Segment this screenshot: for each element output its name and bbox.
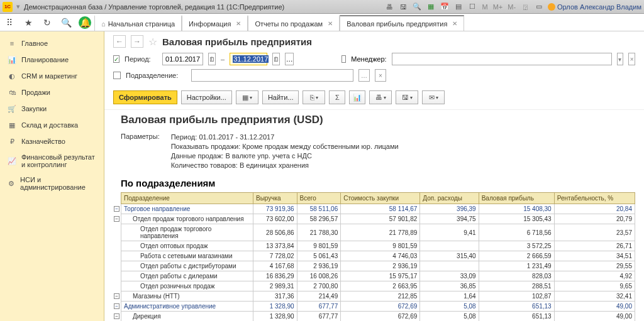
cell: 2 663,95 <box>341 281 420 291</box>
search-nav-icon[interactable]: 🔍 <box>57 14 75 31</box>
period-ellipsis-button[interactable]: … <box>285 53 294 65</box>
close-icon[interactable]: ✕ <box>452 20 457 27</box>
col-header[interactable]: Стоимость закупки <box>341 193 420 204</box>
tree-toggle-icon[interactable]: − <box>114 206 119 212</box>
cell: 73 602,00 <box>253 214 297 224</box>
col-header[interactable]: Доп. расходы <box>420 193 479 204</box>
cell: 677,77 <box>297 312 341 322</box>
print-icon[interactable]: 🖶 <box>384 2 394 12</box>
table-row[interactable]: Отдел работы с дилерами16 836,2916 008,2… <box>121 271 635 281</box>
sidebar-item-5[interactable]: ▦Склад и доставка <box>0 117 104 133</box>
generate-button[interactable]: Сформировать <box>113 90 177 104</box>
sidebar-item-0[interactable]: ≡Главное <box>0 35 104 52</box>
apps-icon[interactable]: ⠿ <box>0 14 19 31</box>
tree-toggle-icon[interactable]: − <box>114 313 119 319</box>
print-button[interactable]: 🖶▾ <box>369 90 392 104</box>
calendar-icon[interactable]: 📅 <box>440 2 450 12</box>
table-row[interactable]: Отдел розничных продаж2 989,312 700,802 … <box>121 281 635 291</box>
sidebar-item-3[interactable]: 🛍Продажи <box>0 84 104 101</box>
settings-button[interactable]: Настройки... <box>181 90 232 104</box>
close-icon[interactable]: ✕ <box>328 20 333 27</box>
col-header[interactable]: Подразделение <box>121 193 253 204</box>
tree-toggle-icon[interactable]: − <box>114 303 119 309</box>
user-menu[interactable]: Орлов Александр Владим <box>548 3 641 11</box>
division-checkbox[interactable] <box>113 72 121 79</box>
division-ellipsis-button[interactable]: … <box>358 69 370 82</box>
find-button[interactable]: Найти... <box>262 90 299 104</box>
zoom-out-icon[interactable]: M- <box>507 2 516 12</box>
table-row[interactable]: −Торговое направление73 919,3658 511,065… <box>121 204 635 214</box>
titlebar: 1C ▾ Демонстрационная база / Управление … <box>0 0 644 14</box>
favorite-star-icon[interactable]: ☆ <box>148 36 157 48</box>
sidebar-item-6[interactable]: ₽Казначейство <box>0 133 104 150</box>
cell: 32,41 <box>554 291 635 302</box>
save-icon[interactable]: 🖫 <box>398 2 408 12</box>
table-row[interactable]: −Магазины (НТТ)317,36214,49212,851,64102… <box>121 291 635 302</box>
back-button[interactable]: ← <box>113 35 126 48</box>
close-icon[interactable]: ✕ <box>236 20 241 27</box>
sum-button[interactable]: Σ <box>329 90 345 104</box>
cell: 288,51 <box>479 281 554 291</box>
chart-button[interactable]: 📊 <box>349 90 365 104</box>
cell: 1 328,90 <box>253 312 297 322</box>
grid-icon[interactable]: ▤ <box>453 2 464 12</box>
cell: 4 167,68 <box>253 261 297 271</box>
period-checkbox[interactable] <box>113 55 119 63</box>
col-header[interactable]: Рентабельность, % <box>554 193 635 204</box>
cell: 212,85 <box>341 291 420 302</box>
manager-input[interactable] <box>392 53 612 65</box>
table-row[interactable]: −Дирекция1 328,90677,77672,695,08651,134… <box>121 312 635 322</box>
division-input[interactable] <box>191 69 353 82</box>
search-icon[interactable]: 🔍 <box>412 2 422 12</box>
page-title: Валовая прибыль предприятия <box>162 36 312 47</box>
sidebar-item-7[interactable]: 📈Финансовый результат и контроллинг <box>0 150 104 172</box>
favorites-icon[interactable]: ★ <box>19 14 38 31</box>
table-icon[interactable]: ▦ <box>426 2 436 12</box>
cell: 2 936,19 <box>341 261 420 271</box>
help-icon[interactable]: ⍰ <box>520 2 530 12</box>
col-header[interactable]: Валовая прибыль <box>479 193 554 204</box>
date-from-input[interactable]: 01.01.2017 <box>162 53 203 65</box>
zoom-in-icon[interactable]: M+ <box>492 2 504 12</box>
zoom-label[interactable]: M <box>481 2 488 12</box>
sidebar-item-4[interactable]: 🛒Закупки <box>0 101 104 117</box>
tab-info[interactable]: Информация✕ <box>182 15 248 31</box>
tab-sales-reports[interactable]: Отчеты по продажам✕ <box>248 15 340 31</box>
sidebar-item-1[interactable]: 📊Планирование <box>0 52 104 68</box>
view-mode-button[interactable]: ▦▾ <box>236 90 258 104</box>
table-row[interactable]: Отдел оптовых продаж13 373,849 801,599 8… <box>121 241 635 251</box>
tab-gross-profit[interactable]: Валовая прибыль предприятия✕ <box>340 15 464 31</box>
table-row[interactable]: Отдел работы с дистрибуторами4 167,682 9… <box>121 261 635 271</box>
expand-icon[interactable]: ▭ <box>534 2 544 12</box>
sidebar-item-8[interactable]: ⚙НСИ и администрирование <box>0 172 104 195</box>
send-button[interactable]: ✉▾ <box>422 90 445 104</box>
date-to-input[interactable]: 31.12.2017 <box>230 53 267 65</box>
table-row[interactable]: −Административное управление1 328,90677,… <box>121 302 635 312</box>
table-row[interactable]: Отдел продаж торгового направления28 506… <box>121 224 635 241</box>
division-clear-button[interactable]: × <box>375 69 386 82</box>
date-from-calendar-icon[interactable]: 🗓 <box>208 53 216 65</box>
table-row[interactable]: −Отдел продаж торгового направления73 60… <box>121 214 635 224</box>
main-content: ← → ☆ Валовая прибыль предприятия Период… <box>104 31 644 321</box>
manager-dropdown-icon[interactable]: ▾ <box>617 53 624 65</box>
col-header[interactable]: Выручка <box>253 193 297 204</box>
title-dropdown-icon[interactable]: ▾ <box>16 3 20 11</box>
expand-groups-button[interactable]: ⎘▾ <box>303 90 325 104</box>
window-icon[interactable]: ☐ <box>467 2 477 12</box>
col-header[interactable]: Всего <box>297 193 341 204</box>
date-to-calendar-icon[interactable]: 🗓 <box>272 53 280 65</box>
tree-toggle-icon[interactable]: − <box>114 216 119 222</box>
manager-clear-button[interactable]: × <box>628 53 635 65</box>
manager-checkbox[interactable] <box>341 55 346 63</box>
sidebar-item-2[interactable]: ◐CRM и маркетинг <box>0 68 104 84</box>
history-icon[interactable]: ↻ <box>38 14 57 31</box>
cell: 49,00 <box>554 312 635 322</box>
cell: 2 989,31 <box>253 281 297 291</box>
tree-toggle-icon[interactable]: − <box>114 293 119 299</box>
save-report-button[interactable]: 🖫▾ <box>396 90 418 104</box>
cell: 36,85 <box>420 281 479 291</box>
forward-button[interactable]: → <box>131 35 143 48</box>
tab-home[interactable]: ⌂Начальная страница <box>94 15 182 31</box>
table-row[interactable]: Работа с сетевыми магазинами7 728,025 06… <box>121 251 635 261</box>
notifications-icon[interactable]: 🔔 <box>79 16 91 29</box>
